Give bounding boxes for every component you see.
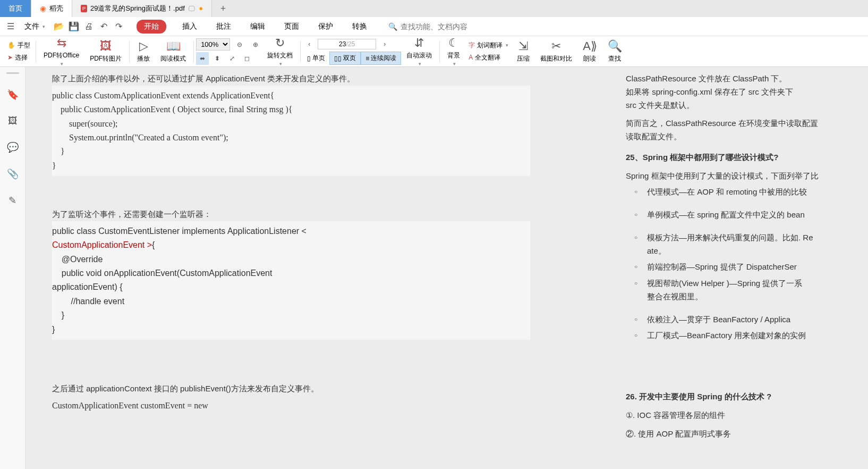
rotate-icon: ↻: [275, 36, 285, 50]
hamburger-icon[interactable]: ☰: [5, 21, 16, 32]
workspace: 🔖 🖼 💬 📎 ✎ 除了上面介绍的事件以外，还可以通过扩展 Applicatio…: [0, 67, 868, 469]
translate-word-icon: 字: [469, 41, 475, 50]
page-viewer[interactable]: 除了上面介绍的事件以外，还可以通过扩展 ApplicationEvent 类来开…: [25, 67, 868, 469]
page-prev[interactable]: ‹: [303, 38, 316, 51]
view-continuous[interactable]: ≡连续阅读: [361, 52, 401, 65]
zoom-select[interactable]: 100%: [196, 38, 230, 51]
save-icon[interactable]: 💾: [69, 21, 79, 32]
read-aloud-label: 朗读: [583, 54, 596, 63]
zoom-in[interactable]: ⊕: [249, 38, 262, 51]
signature-icon[interactable]: ✎: [8, 195, 16, 206]
print-icon[interactable]: 🖨: [83, 21, 94, 32]
attachment-icon[interactable]: 📎: [7, 168, 19, 180]
screenshot-compare[interactable]: ✂截图和对比: [535, 39, 577, 63]
compress[interactable]: ⇲压缩: [512, 39, 535, 63]
read-mode-label: 阅读模式: [160, 54, 186, 63]
play-label: 播放: [137, 54, 150, 63]
code-text: public class CustomEventListener impleme…: [52, 227, 307, 236]
full-translate[interactable]: A全文翻译: [465, 52, 512, 63]
redo-icon[interactable]: ↷: [113, 21, 124, 32]
heading-25: 25、Spring 框架中都用到了哪些设计模式?: [626, 151, 868, 164]
comment-icon[interactable]: 💬: [7, 141, 19, 153]
search-box[interactable]: 🔍: [388, 22, 496, 31]
speaker-icon: A⟫: [583, 39, 597, 53]
background[interactable]: ☾背景: [442, 36, 465, 66]
paragraph: 之后通过 applicationContext 接口的 publishEvent…: [52, 382, 530, 396]
word-translate[interactable]: 字划词翻译: [465, 40, 512, 51]
find[interactable]: 🔍查找: [602, 39, 627, 63]
scroll-icon: ⇵: [414, 36, 424, 50]
auto-scroll[interactable]: ⇵自动滚动: [401, 36, 437, 66]
tab-document[interactable]: P 29道常见的Spring面试题！.pdf 🖵 •: [72, 0, 212, 17]
list-item: 工厂模式—BeanFactory 用来创建对象的实例: [647, 329, 868, 342]
menu-annotate[interactable]: 批注: [213, 20, 234, 34]
moon-icon: ☾: [448, 36, 459, 50]
auto-scroll-label: 自动滚动: [406, 51, 432, 60]
toolbar: ✋手型 ➤选择 ⇆PDF转Office 🖼PDF转图片 ▷播放 📖阅读模式 10…: [0, 36, 868, 67]
paragraph: 读取配置文件。: [626, 130, 868, 144]
tab-shell[interactable]: ◉ 稻壳: [31, 0, 72, 17]
left-gutter: 🔖 🖼 💬 📎 ✎: [0, 67, 25, 469]
translate-full-icon: A: [469, 54, 473, 61]
play-icon: ▷: [139, 39, 148, 53]
pdf-office-label: PDF转Office: [44, 51, 79, 60]
view-single[interactable]: ▯单页: [303, 52, 329, 65]
convert-image-icon: 🖼: [100, 39, 112, 53]
file-menu[interactable]: 文件: [20, 20, 49, 34]
fit-selection-icon[interactable]: ◻: [241, 52, 253, 65]
read-mode[interactable]: 📖阅读模式: [155, 39, 191, 63]
code-block: public class CustomApplicationEvent exte…: [52, 86, 530, 176]
rotate-label: 旋转文档: [267, 51, 293, 60]
list-text: 整合在视图里。: [647, 292, 703, 301]
paragraph: 除了上面介绍的事件以外，还可以通过扩展 ApplicationEvent 类来开…: [52, 72, 530, 86]
menu-insert[interactable]: 插入: [179, 20, 200, 34]
code-text-red: CustomApplicationEvent >: [52, 240, 152, 249]
single-label: 单页: [312, 54, 325, 63]
magnifier-icon: 🔍: [608, 39, 622, 53]
zoom-out[interactable]: ⊖: [233, 38, 246, 51]
image-icon[interactable]: 🖼: [8, 115, 18, 127]
open-icon[interactable]: 📂: [54, 21, 64, 32]
code-text: { @Override public void onApplicationEve…: [52, 240, 272, 333]
compress-label: 压缩: [517, 54, 530, 63]
search-input[interactable]: [401, 22, 496, 31]
menu-bar: ☰ 文件 📂 💾 🖨 ↶ ↷ 开始 插入 批注 编辑 页面 保护 转换 🔍: [0, 17, 868, 36]
fit-page-icon[interactable]: ⬍: [211, 52, 224, 65]
page-next[interactable]: ›: [378, 38, 391, 51]
menu-start[interactable]: 开始: [137, 20, 166, 34]
page-current[interactable]: 23: [339, 40, 346, 48]
convert-office-icon: ⇆: [57, 36, 66, 50]
read-aloud[interactable]: A⟫朗读: [577, 39, 602, 63]
select-tool[interactable]: ➤选择: [4, 52, 33, 63]
pdf-page-right: ClassPathResource 文件放在 ClassPath 下。 如果将 …: [626, 72, 868, 464]
menu-page[interactable]: 页面: [281, 20, 302, 34]
bookmark-icon[interactable]: 🔖: [7, 89, 19, 100]
paragraph: 为了监听这个事件，还需要创建一个监听器：: [52, 208, 530, 221]
pdf-to-image[interactable]: 🖼PDF转图片: [84, 39, 127, 63]
paragraph: 如果将 spring-config.xml 保存在了 src 文件夹下: [626, 86, 868, 99]
pdf-page-left: 除了上面介绍的事件以外，还可以通过扩展 ApplicationEvent 类来开…: [52, 72, 530, 464]
tab-add[interactable]: +: [212, 0, 235, 17]
list-item: 视图帮助(View Helper )—Spring 提供了一系整合在视图里。: [647, 277, 868, 304]
fit-width-icon[interactable]: ⬌: [196, 52, 209, 65]
compress-icon: ⇲: [518, 39, 528, 53]
hand-tool[interactable]: ✋手型: [4, 40, 33, 51]
menu-protect[interactable]: 保护: [315, 20, 336, 34]
play-button[interactable]: ▷播放: [132, 39, 155, 63]
cursor-icon: ➤: [7, 54, 13, 61]
select-label: 选择: [15, 53, 28, 62]
menu-convert[interactable]: 转换: [349, 20, 370, 34]
rotate-doc[interactable]: ↻旋转文档: [262, 36, 298, 66]
view-double[interactable]: ▯▯双页: [329, 52, 361, 65]
page-total: /25: [346, 40, 355, 48]
menu-edit[interactable]: 编辑: [247, 20, 268, 34]
screenshot-compare-label: 截图和对比: [540, 54, 572, 63]
fit-actual-icon[interactable]: ⤢: [226, 52, 239, 65]
pdf-to-office[interactable]: ⇆PDF转Office: [38, 36, 84, 66]
book-icon: 📖: [166, 39, 181, 53]
undo-icon[interactable]: ↶: [98, 21, 109, 32]
gutter-handle[interactable]: [6, 72, 19, 74]
paragraph: Spring 框架中使用到了大量的设计模式，下面列举了比: [626, 170, 868, 183]
tab-home[interactable]: 首页: [0, 0, 31, 17]
full-translate-label: 全文翻译: [475, 53, 500, 62]
